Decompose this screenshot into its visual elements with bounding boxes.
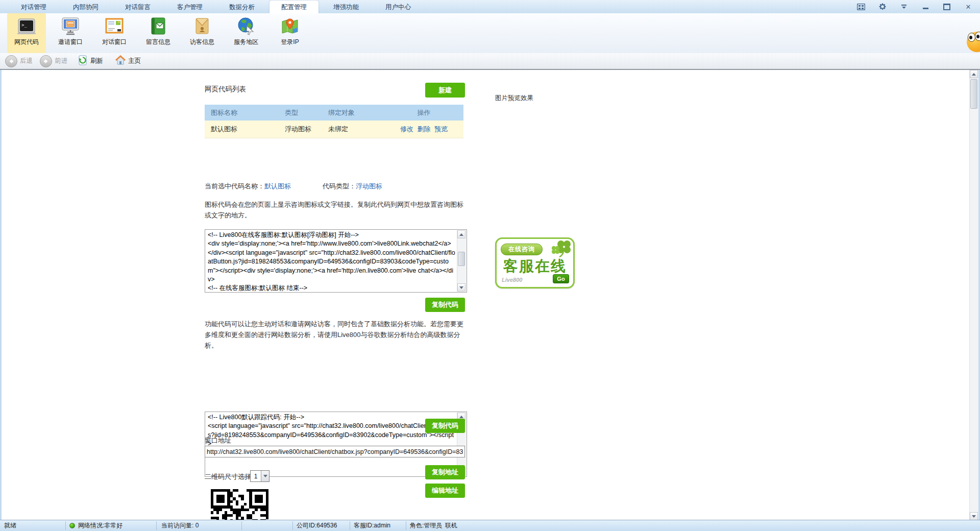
track-code-text: <!-- Live800默认跟踪代码: 开始--> <script langua…	[205, 412, 457, 476]
toolbar: >_ 网页代码 邀请窗口 对话窗口 留言信息 访客信息	[0, 13, 980, 54]
qr-code-wrap	[211, 489, 269, 520]
scroll-down-icon[interactable]	[457, 283, 465, 292]
icon-code-description: 图标代码会在您的页面上显示咨询图标或文字链接。复制此代码到网页中想放置咨询图标或…	[205, 199, 469, 221]
status-online: 联机	[445, 520, 457, 531]
new-button[interactable]: 新建	[425, 83, 465, 98]
status-bar: 就绪 网络情况:非常好 当前访问量: 0 公司ID:649536 客服ID:ad…	[0, 520, 980, 531]
selected-code-line: 当前选中代码名称： 默认图标 代码类型： 浮动图标	[205, 182, 382, 191]
collapse-icon[interactable]	[899, 3, 909, 11]
qr-size-select[interactable]: 1	[250, 470, 270, 482]
toolbar-item-label: 留言信息	[139, 38, 178, 46]
tab-enhanced-features[interactable]: 增强功能	[322, 1, 371, 13]
copy-track-code-button[interactable]: 复制代码	[425, 419, 465, 433]
main-content: 网页代码列表 新建 图标名称 类型 绑定对象 操作 默认图标 浮动图标 未绑定 …	[0, 70, 980, 520]
preview-link[interactable]: 预览	[434, 125, 448, 133]
badge-brand-live800: Live800	[502, 277, 522, 283]
tab-customer-management[interactable]: 客户管理	[165, 1, 214, 13]
badge-service-online: 客服在线	[497, 256, 573, 277]
close-icon[interactable]: ✕	[964, 3, 973, 11]
back-button[interactable]: 后退	[5, 55, 33, 67]
chat-window-icon	[104, 16, 125, 36]
status-role: 角色:管理员	[410, 520, 442, 531]
qr-code	[211, 489, 269, 520]
icon-code-scrollbar[interactable]	[457, 230, 466, 292]
toolbar-item-service-area[interactable]: 服务地区	[227, 13, 265, 53]
header-icon-name: 图标名称	[205, 108, 285, 117]
tab-user-center[interactable]: 用户中心	[374, 1, 423, 13]
toolbar-item-label: 网页代码	[7, 38, 46, 46]
refresh-button[interactable]: 刷新	[78, 55, 103, 67]
scrollbar-thumb[interactable]	[458, 252, 465, 266]
message-info-icon	[148, 16, 168, 36]
scrollbar-thumb[interactable]	[970, 79, 977, 109]
tab-dialog-messages[interactable]: 对话留言	[113, 1, 162, 13]
modify-link[interactable]: 修改	[400, 125, 413, 133]
scroll-up-icon[interactable]	[457, 230, 465, 238]
copy-icon-code-button[interactable]: 复制代码	[425, 298, 465, 312]
code-type-label: 代码类型：	[323, 182, 356, 191]
home-icon	[115, 55, 126, 67]
preview-badge: 在线咨询 客服在线 Live800 Go	[495, 237, 575, 288]
code-table: 图标名称 类型 绑定对象 操作 默认图标 浮动图标 未绑定 修改 删除 预览	[205, 105, 463, 138]
preview-panel-title: 图片预览效果	[495, 94, 533, 103]
toolbar-item-label: 邀请窗口	[51, 38, 90, 46]
status-company-id: 公司ID:649536	[297, 520, 337, 531]
header-bind-target: 绑定对象	[328, 108, 384, 117]
back-label: 后退	[20, 57, 33, 65]
table-row[interactable]: 默认图标 浮动图标 未绑定 修改 删除 预览	[205, 120, 463, 138]
home-label: 主页	[128, 57, 141, 65]
toolbar-item-label: 访客信息	[183, 38, 222, 46]
track-code-description: 功能代码可以让您主动对话和邀请网站访客，同时包含了基础数据分析功能。若您需要更多…	[205, 319, 469, 351]
home-button[interactable]: 主页	[115, 55, 141, 67]
code-type-link[interactable]: 浮动图标	[356, 182, 382, 191]
cell-bind-target: 未绑定	[328, 125, 384, 134]
live800-app-window: 对话管理 内部协同 对话留言 客户管理 数据分析 配置管理 增强功能 用户中心 …	[0, 0, 980, 531]
toolbar-item-visitor-info[interactable]: 访客信息	[183, 13, 222, 53]
refresh-label: 刷新	[90, 57, 103, 65]
header-actions: 操作	[384, 108, 463, 117]
scroll-down-icon[interactable]	[970, 512, 978, 520]
status-agent-id: 客服ID:admin	[354, 520, 390, 531]
window-controls: ✕	[856, 0, 973, 13]
edit-url-button[interactable]: 编辑地址	[425, 484, 465, 498]
window-url-label: 窗口地址	[205, 436, 231, 445]
delete-link[interactable]: 删除	[418, 125, 431, 133]
window-url-input[interactable]	[205, 446, 465, 457]
scroll-up-icon[interactable]	[970, 70, 978, 78]
forward-button[interactable]: 前进	[40, 55, 67, 67]
login-ip-icon	[280, 16, 300, 36]
toolbar-item-chat-window[interactable]: 对话窗口	[95, 13, 134, 53]
copy-url-button[interactable]: 复制地址	[425, 465, 465, 479]
icon-code-text: <!-- Live800在线客服图标:默认图标[浮动图标] 开始--> <div…	[205, 230, 457, 292]
helper-smiley-icon[interactable]	[967, 29, 980, 52]
icon-code-textarea[interactable]: <!-- Live800在线客服图标:默认图标[浮动图标] 开始--> <div…	[205, 229, 467, 293]
qr-size-label: 二维码尺寸选择	[205, 472, 251, 481]
tab-internal-collaboration[interactable]: 内部协同	[61, 1, 110, 13]
chevron-down-icon	[261, 471, 269, 481]
invite-window-icon	[60, 16, 81, 36]
forward-arrow-icon	[40, 55, 52, 67]
svg-text:>_: >_	[21, 22, 27, 28]
toolbar-item-label: 登录IP	[271, 38, 309, 46]
status-network-seg: 网络情况:非常好	[69, 520, 122, 531]
gear-icon[interactable]	[878, 3, 887, 11]
minimize-icon[interactable]	[921, 3, 930, 11]
back-arrow-icon	[5, 55, 17, 67]
visitor-info-icon	[192, 16, 212, 36]
tab-dialog-management[interactable]: 对话管理	[9, 1, 58, 13]
content-scrollbar[interactable]	[969, 70, 978, 520]
badge-online-consult: 在线咨询	[501, 244, 543, 255]
film-icon[interactable]	[856, 3, 866, 11]
cell-icon-name: 默认图标	[205, 125, 285, 134]
tab-config-management[interactable]: 配置管理	[270, 1, 318, 13]
selected-code-label: 当前选中代码名称：	[205, 182, 264, 191]
selected-code-name-link[interactable]: 默认图标	[264, 182, 291, 191]
maximize-icon[interactable]	[942, 3, 951, 11]
toolbar-item-login-ip[interactable]: 登录IP	[271, 13, 309, 53]
service-area-icon	[236, 16, 256, 36]
toolbar-item-message-info[interactable]: 留言信息	[139, 13, 178, 53]
toolbar-item-webpage-code[interactable]: >_ 网页代码	[7, 13, 46, 53]
toolbar-item-invite-window[interactable]: 邀请窗口	[51, 13, 90, 53]
tab-data-analysis[interactable]: 数据分析	[217, 1, 266, 13]
toolbar-item-label: 对话窗口	[95, 38, 134, 46]
